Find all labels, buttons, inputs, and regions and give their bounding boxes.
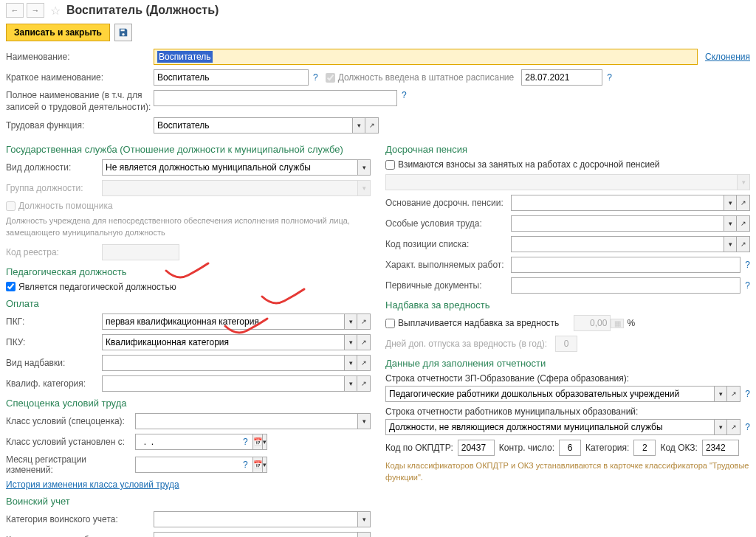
open-button[interactable]: ↗ (737, 236, 750, 252)
dropdown-button[interactable]: ▾ (263, 457, 267, 473)
help-icon[interactable]: ? (745, 280, 750, 291)
qualif-category-input[interactable] (102, 375, 344, 392)
military-category-input[interactable] (154, 511, 357, 527)
dropdown-button[interactable]: ▾ (714, 386, 727, 402)
edu-report-label: Строка отчетности ЗП-Образование (Сфера … (385, 373, 750, 384)
primary-docs-input[interactable] (511, 277, 740, 294)
open-button[interactable]: ↗ (737, 215, 750, 232)
payment-header: Оплата (6, 298, 371, 309)
open-button[interactable]: ↗ (727, 386, 740, 402)
okz-input[interactable] (702, 440, 739, 456)
pku-label: ПКУ: (6, 337, 102, 347)
change-month-label: Месяц регистрации изменений: (6, 454, 135, 475)
pkg-label: ПКГ: (6, 316, 102, 327)
floppy-icon (118, 27, 128, 38)
category-input[interactable] (633, 440, 656, 456)
help-icon[interactable]: ? (402, 90, 407, 100)
dropdown-button[interactable]: ▾ (357, 532, 371, 537)
in-schedule-label: Должность введена в штатное расписание (338, 72, 515, 83)
full-name-input[interactable] (154, 90, 397, 106)
early-pension-header: Досрочная пенсия (385, 144, 750, 155)
open-button[interactable]: ↗ (357, 334, 371, 350)
harm-bonus-value-input (574, 315, 611, 331)
help-icon[interactable]: ? (745, 260, 750, 270)
mun-report-label: Строка отчетности работников муниципальн… (385, 406, 750, 417)
mun-report-input[interactable] (385, 419, 714, 435)
help-icon[interactable]: ? (607, 72, 612, 83)
okz-label: Код ОКЗ: (660, 443, 698, 453)
is-pedagogical-label: Является педагогической должностью (18, 282, 176, 292)
special-conditions-label: Особые условия труда: (385, 218, 511, 229)
help-icon[interactable]: ? (243, 437, 248, 447)
dropdown-button[interactable]: ▾ (714, 419, 727, 435)
qualif-category-label: Квалиф. категория: (6, 378, 102, 389)
open-button[interactable]: ↗ (357, 313, 371, 330)
is-pedagogical-checkbox[interactable] (6, 282, 16, 291)
kontr-label: Контр. число: (499, 443, 554, 453)
pkg-input[interactable] (102, 313, 344, 330)
special-conditions-input[interactable] (511, 215, 724, 232)
save-button[interactable] (114, 24, 132, 41)
open-button[interactable]: ↗ (357, 375, 371, 392)
calendar-icon[interactable]: 📅 (252, 434, 263, 450)
help-icon[interactable]: ? (745, 389, 750, 399)
pku-input[interactable] (102, 334, 344, 350)
labor-func-label: Трудовая функция: (6, 120, 154, 131)
open-button[interactable]: ↗ (727, 419, 740, 435)
full-name-label: Полное наименование (в т.ч. для записей … (6, 90, 154, 113)
class-history-link[interactable]: История изменения класса условий труда (6, 479, 179, 490)
registry-code-input (102, 244, 179, 260)
dropdown-button[interactable]: ▾ (357, 159, 371, 176)
nav-back-button[interactable]: ← (6, 3, 24, 18)
help-icon[interactable]: ? (313, 72, 318, 83)
class-from-date-input[interactable] (135, 434, 252, 450)
declensions-link[interactable]: Склонения (705, 52, 750, 62)
dropdown-button[interactable]: ▾ (344, 334, 357, 350)
harm-bonus-header: Надбавка за вредность (385, 299, 750, 311)
military-header: Воинский учет (6, 496, 371, 507)
favorite-star-icon[interactable]: ☆ (50, 4, 61, 18)
dropdown-button[interactable]: ▾ (263, 434, 267, 450)
help-icon[interactable]: ? (243, 460, 248, 470)
kontr-input[interactable] (559, 440, 581, 456)
calendar-icon[interactable]: 📅 (252, 457, 263, 473)
help-icon[interactable]: ? (745, 422, 750, 432)
bonus-type-input[interactable] (102, 355, 344, 371)
work-nature-input[interactable] (511, 257, 740, 273)
dropdown-button[interactable]: ▾ (344, 375, 357, 392)
harm-bonus-label: Выплачивается надбавка за вредность (398, 318, 559, 328)
dropdown-button[interactable]: ▾ (724, 215, 737, 232)
open-button[interactable]: ↗ (365, 117, 379, 134)
name-input[interactable]: Воспитатель (154, 49, 698, 65)
dropdown-button[interactable]: ▾ (352, 117, 365, 134)
special-assessment-header: Спецоценка условий труда (6, 398, 371, 409)
category-label: Категория: (585, 443, 629, 453)
dropdown-button[interactable]: ▾ (357, 511, 371, 527)
short-name-input[interactable] (154, 69, 309, 86)
in-schedule-date-input[interactable] (521, 69, 602, 86)
position-group-input (102, 180, 357, 196)
position-type-input[interactable] (102, 159, 357, 176)
change-month-input[interactable] (135, 457, 252, 473)
labor-func-input[interactable] (154, 117, 352, 134)
open-button[interactable]: ↗ (357, 355, 371, 371)
conditions-class-label: Класс условий (спецоценка): (6, 416, 135, 426)
nav-forward-button[interactable]: → (27, 3, 44, 18)
save-and-close-button[interactable]: Записать и закрыть (6, 24, 110, 41)
pension-contributions-checkbox[interactable] (385, 160, 395, 170)
dropdown-button[interactable]: ▾ (724, 195, 737, 211)
percent-label: % (627, 318, 635, 328)
okpdtr-input[interactable] (458, 440, 495, 456)
dropdown-button[interactable]: ▾ (344, 355, 357, 371)
dropdown-button[interactable]: ▾ (724, 236, 737, 252)
dropdown-button[interactable]: ▾ (357, 413, 371, 429)
reserved-category-input[interactable] (154, 532, 357, 537)
pension-basis-input[interactable] (511, 195, 724, 211)
pedagogical-header: Педагогическая должность (6, 266, 371, 277)
open-button[interactable]: ↗ (737, 195, 750, 211)
harm-bonus-checkbox[interactable] (385, 319, 395, 328)
dropdown-button[interactable]: ▾ (344, 313, 357, 330)
list-position-code-input[interactable] (511, 236, 724, 252)
edu-report-input[interactable] (385, 386, 714, 402)
conditions-class-input[interactable] (135, 413, 357, 429)
